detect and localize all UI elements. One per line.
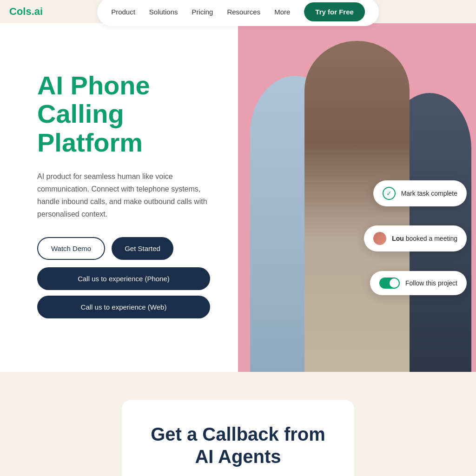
- lou-card: Lou booked a meeting: [364, 225, 467, 251]
- hero-primary-buttons: Watch Demo Get Started: [37, 237, 210, 260]
- follow-project-card: Follow this project: [370, 271, 467, 295]
- try-free-button[interactable]: Try for Free: [304, 2, 365, 21]
- lou-text: Lou booked a meeting: [392, 235, 457, 242]
- hero-section: AI Phone Calling Platform AI product for…: [0, 23, 476, 372]
- person-center: [304, 41, 409, 372]
- lou-action: booked a meeting: [404, 235, 457, 242]
- callback-title: Get a Callback from AI Agents: [150, 423, 326, 468]
- nav-product[interactable]: Product: [111, 8, 135, 16]
- nav-pill: Product Solutions Pricing Resources More…: [97, 0, 379, 26]
- follow-project-label: Follow this project: [405, 279, 457, 287]
- call-web-button[interactable]: Call us to experience (Web): [37, 296, 210, 318]
- nav-solutions[interactable]: Solutions: [149, 8, 178, 16]
- get-started-button[interactable]: Get Started: [112, 237, 173, 260]
- nav-resources[interactable]: Resources: [227, 8, 260, 16]
- nav-pricing[interactable]: Pricing: [192, 8, 213, 16]
- hero-subtitle: AI product for seamless human like voice…: [37, 170, 210, 221]
- bottom-section: Get a Callback from AI Agents 💬: [0, 372, 476, 476]
- navbar: Cols.ai Product Solutions Pricing Resour…: [0, 0, 476, 23]
- hero-right: ✓ Mark task complete Lou booked a meetin…: [238, 23, 476, 372]
- nav-more[interactable]: More: [274, 8, 290, 16]
- callback-card: Get a Callback from AI Agents: [122, 400, 354, 476]
- hero-left: AI Phone Calling Platform AI product for…: [0, 23, 238, 372]
- call-phone-button[interactable]: Call us to experience (Phone): [37, 267, 210, 290]
- logo: Cols.ai: [9, 6, 43, 18]
- lou-name: Lou: [392, 235, 404, 242]
- mark-task-card: ✓ Mark task complete: [373, 180, 467, 206]
- watch-demo-button[interactable]: Watch Demo: [37, 237, 105, 260]
- check-icon: ✓: [383, 187, 396, 200]
- toggle-knob: [390, 278, 399, 288]
- hero-title: AI Phone Calling Platform: [37, 71, 210, 157]
- lou-avatar: [373, 232, 386, 245]
- follow-toggle[interactable]: [379, 278, 400, 289]
- mark-task-label: Mark task complete: [401, 190, 457, 197]
